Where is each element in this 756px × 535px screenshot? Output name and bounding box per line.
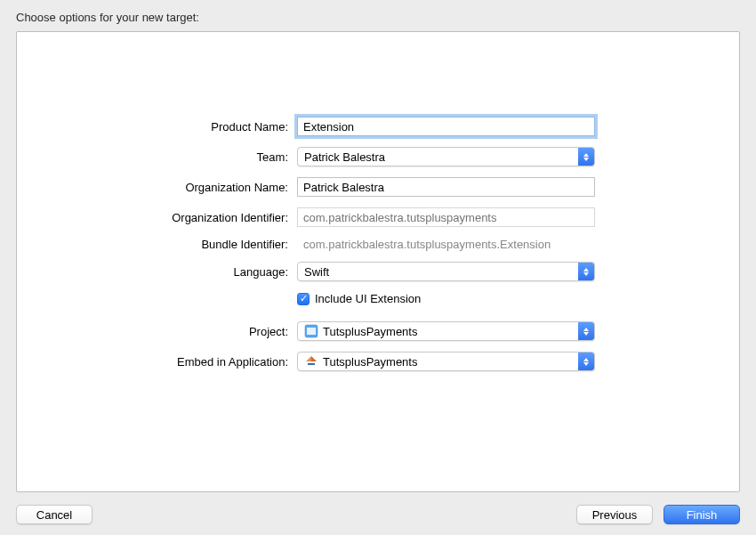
checkbox-icon: ✓ [297, 293, 310, 305]
team-value: Patrick Balestra [298, 150, 578, 164]
language-value: Swift [298, 265, 578, 279]
updown-icon [578, 353, 594, 370]
embed-popup[interactable]: TutsplusPayments [297, 352, 595, 371]
label-bundle-identifier: Bundle Identifier: [52, 238, 297, 251]
product-name-input[interactable] [297, 117, 595, 136]
row-product-name: Product Name: [52, 117, 704, 136]
form-panel: Product Name: Team: Patrick Balestra Org… [16, 31, 740, 492]
row-language: Language: Swift [52, 262, 704, 281]
row-project: Project: TutsplusPayments [52, 321, 704, 341]
cancel-button[interactable]: Cancel [16, 505, 92, 524]
xcode-project-icon [304, 324, 318, 338]
org-name-input[interactable] [297, 177, 595, 197]
label-team: Team: [52, 150, 297, 164]
row-bundle-identifier: Bundle Identifier: com.patrickbalestra.t… [52, 238, 704, 251]
team-popup[interactable]: Patrick Balestra [297, 147, 595, 166]
project-popup[interactable]: TutsplusPayments [297, 321, 595, 341]
row-include-ui-extension: ✓ Include UI Extension [52, 292, 704, 305]
checkmark-icon: ✓ [300, 294, 308, 304]
embed-value: TutsplusPayments [323, 355, 417, 369]
row-org-name: Organization Name: [52, 177, 704, 197]
dialog-header: Choose options for your new target: [16, 11, 740, 24]
app-icon [304, 354, 318, 369]
label-product-name: Product Name: [52, 120, 297, 134]
finish-button[interactable]: Finish [664, 505, 740, 524]
project-value: TutsplusPayments [323, 325, 417, 338]
include-ui-extension-label: Include UI Extension [315, 292, 421, 305]
row-team: Team: Patrick Balestra [52, 147, 704, 166]
row-org-identifier: Organization Identifier: [52, 207, 704, 227]
include-ui-extension-checkbox[interactable]: ✓ Include UI Extension [297, 292, 595, 305]
bundle-identifier-value: com.patrickbalestra.tutspluspayments.Ext… [297, 238, 595, 251]
updown-icon [578, 148, 594, 166]
org-identifier-input [297, 207, 595, 227]
label-project: Project: [52, 325, 297, 338]
updown-icon [578, 263, 594, 280]
updown-icon [578, 322, 594, 340]
label-org-identifier: Organization Identifier: [52, 211, 297, 224]
previous-button[interactable]: Previous [576, 505, 653, 524]
label-org-name: Organization Name: [52, 181, 297, 194]
label-embed: Embed in Application: [52, 355, 297, 369]
row-embed: Embed in Application: TutsplusPayments [52, 352, 704, 371]
language-popup[interactable]: Swift [297, 262, 595, 281]
button-bar: Cancel Previous Finish [16, 492, 740, 524]
label-language: Language: [52, 265, 297, 279]
new-target-dialog: Choose options for your new target: Prod… [0, 0, 756, 535]
svg-rect-1 [307, 328, 316, 335]
